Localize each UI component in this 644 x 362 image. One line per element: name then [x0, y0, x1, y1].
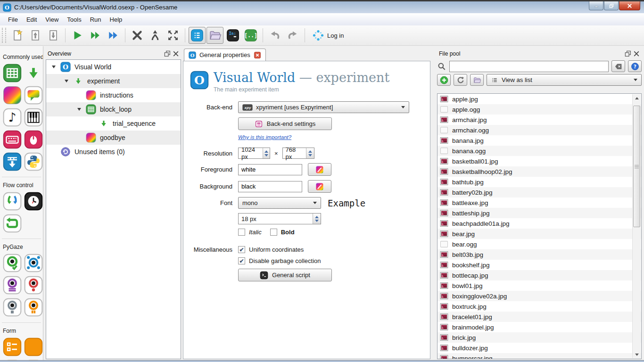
item-sequence[interactable] — [24, 64, 43, 82]
file-row[interactable]: bulldozer.jpg — [438, 343, 641, 353]
menu-run[interactable]: Run — [86, 15, 106, 25]
menu-file[interactable]: File — [4, 15, 22, 25]
file-pool-float-button[interactable] — [624, 50, 632, 58]
file-row[interactable]: battleaxe.jpg — [438, 197, 641, 208]
menu-view[interactable]: View — [41, 15, 63, 25]
tab-general-properties[interactable]: O General properties — [184, 49, 266, 61]
file-list-scrollbar[interactable] — [632, 94, 641, 358]
close-button[interactable] — [619, 1, 640, 10]
backend-select[interactable]: xpy xpyriment [uses Expyriment] — [238, 101, 409, 113]
spinner-arrows-icon[interactable] — [313, 214, 321, 224]
file-row[interactable]: bathtub.jpg — [438, 177, 641, 187]
file-row[interactable]: bumpercar.jpg — [438, 353, 641, 359]
item-synth[interactable] — [24, 108, 43, 127]
item-keyboard-response[interactable] — [3, 130, 22, 149]
undo-button[interactable] — [266, 27, 283, 44]
kill-experiment-button[interactable] — [129, 27, 146, 44]
file-row[interactable]: brick.jpg — [438, 332, 641, 343]
spinner-arrows-icon[interactable] — [263, 148, 270, 158]
item-sampler[interactable]: ♪ — [3, 108, 22, 127]
file-pool-close-button[interactable] — [632, 50, 641, 58]
run-windowed-button[interactable] — [87, 27, 104, 44]
add-file-button[interactable] — [437, 74, 451, 86]
foreground-input[interactable] — [238, 164, 302, 175]
file-row[interactable]: brainmodel.jpg — [438, 322, 641, 332]
menu-tools[interactable]: Tools — [63, 15, 85, 25]
file-row[interactable]: battery02b.jpg — [438, 187, 641, 197]
file-row[interactable]: boxingglove02a.jpg — [438, 291, 641, 301]
item-pygaze-log[interactable] — [3, 276, 22, 295]
redo-button[interactable] — [284, 27, 301, 44]
minimize-button[interactable] — [589, 1, 603, 10]
resolution-width-spinner[interactable]: 1024 px — [238, 148, 270, 159]
file-row[interactable]: bottlecap.jpg — [438, 270, 641, 280]
bold-checkbox[interactable] — [270, 229, 277, 236]
background-color-button[interactable] — [308, 180, 331, 193]
clear-search-button[interactable] — [611, 60, 625, 72]
file-row[interactable]: belt03b.jpg — [438, 249, 641, 260]
toolbar-drag-handle[interactable] — [2, 28, 6, 43]
item-loop[interactable] — [3, 64, 22, 82]
tab-close-icon[interactable] — [254, 51, 261, 59]
item-pygaze-init[interactable] — [3, 254, 22, 272]
file-row[interactable]: banana.ogg — [438, 146, 641, 156]
item-repeat-cycle[interactable] — [3, 214, 22, 233]
file-row[interactable]: basketballhoop02.jpg — [438, 166, 641, 177]
item-mouse-response[interactable] — [24, 130, 43, 149]
italic-checkbox[interactable] — [238, 229, 245, 236]
file-row[interactable]: bracelet01.jpg — [438, 312, 641, 322]
save-experiment-button[interactable] — [45, 27, 62, 44]
view-mode-select[interactable]: View as list — [487, 74, 642, 86]
overview-close-button[interactable] — [172, 50, 180, 58]
item-inline-script[interactable] — [24, 152, 43, 171]
tree-item-trial-sequence[interactable]: trial_sequence — [46, 116, 181, 131]
toggle-debug-window-button[interactable]: In: — [224, 27, 241, 44]
pool-search-input[interactable] — [449, 61, 609, 72]
file-row[interactable]: apple.jpg — [438, 94, 641, 104]
scrollbar-thumb[interactable] — [633, 106, 640, 227]
osf-login-button[interactable]: Log in — [313, 30, 344, 41]
refresh-pool-button[interactable] — [454, 74, 467, 86]
tree-item-visual-world[interactable]: OVisual World — [46, 60, 181, 74]
overview-float-button[interactable] — [163, 50, 172, 58]
file-row[interactable]: banana.jpg — [438, 135, 641, 146]
disable-gc-checkbox[interactable] — [238, 257, 245, 264]
scroll-up-button[interactable] — [633, 94, 641, 102]
item-sketchpad[interactable] — [3, 86, 22, 105]
file-row[interactable]: battleship.jpg — [438, 208, 641, 218]
file-row[interactable]: beachpaddle01a.jpg — [438, 218, 641, 229]
restore-button[interactable] — [604, 1, 619, 10]
file-row[interactable]: bear.ogg — [438, 239, 641, 249]
file-row[interactable]: bear.jpg — [438, 229, 641, 239]
item-feedback[interactable] — [24, 86, 43, 105]
pool-help-button[interactable]: ? — [628, 60, 642, 72]
item-pygaze-start-recording[interactable] — [24, 276, 43, 295]
file-row[interactable]: apple.ogg — [438, 104, 641, 115]
toggle-variable-inspector-button[interactable]: [..] — [242, 27, 259, 44]
resolution-height-spinner[interactable]: 768 px — [282, 148, 314, 159]
item-pygaze-drift-correct[interactable] — [24, 254, 43, 272]
file-row[interactable]: armchair.ogg — [438, 125, 641, 135]
file-row[interactable]: bookshelf.jpg — [438, 260, 641, 270]
toggle-overview-button[interactable] — [189, 27, 206, 44]
file-row[interactable]: armchair.jpg — [438, 115, 641, 125]
general-script-button[interactable]: General script — [238, 269, 332, 281]
file-row[interactable]: basketball01.jpg — [438, 156, 641, 166]
caret-expanded-icon[interactable] — [64, 80, 69, 82]
new-experiment-button[interactable]: ★ — [9, 27, 26, 44]
caret-expanded-icon[interactable] — [51, 66, 57, 68]
item-form-consent[interactable] — [24, 337, 43, 356]
item-pygaze-stop-recording[interactable] — [3, 298, 22, 317]
item-coroutines[interactable] — [3, 192, 22, 211]
browse-pool-button[interactable] — [470, 74, 484, 86]
run-quick-button[interactable] — [105, 27, 122, 44]
foreground-color-button[interactable] — [308, 163, 331, 176]
background-input[interactable] — [238, 181, 302, 192]
item-advanced-delay[interactable] — [24, 192, 43, 211]
item-pygaze-wait[interactable] — [24, 298, 43, 317]
file-row[interactable]: boxtruck.jpg — [438, 301, 641, 312]
font-family-select[interactable]: mono — [238, 197, 321, 209]
backend-settings-button[interactable]: Back-end settings — [238, 117, 332, 130]
fullscreen-button[interactable] — [165, 27, 182, 44]
menu-help[interactable]: Help — [106, 15, 127, 25]
